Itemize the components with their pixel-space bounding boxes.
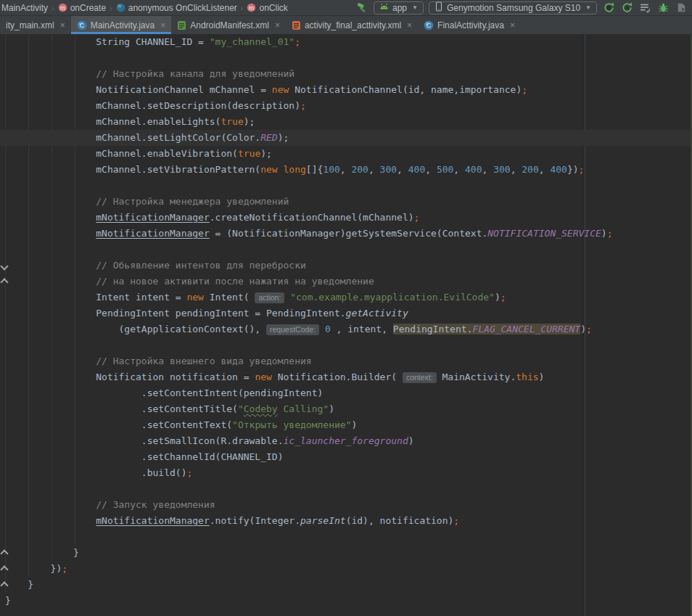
code-token: .build(): [5, 467, 186, 478]
editor-tab[interactable]: activity_final_acttivity.xml×: [286, 16, 418, 34]
run-configuration-select[interactable]: app ▼: [374, 1, 424, 15]
manifest-icon: [177, 20, 186, 30]
code-line: mNotificationManager = (NotificationMana…: [0, 226, 692, 242]
breadcrumb-item[interactable]: monCreate: [57, 3, 107, 13]
code-token: 500: [437, 164, 453, 175]
code-token: ;: [453, 515, 459, 526]
profiler-icon[interactable]: [675, 1, 688, 15]
code-token: ,: [511, 164, 522, 175]
code-line: String CHANNEL_ID = "my_channel_01";: [0, 34, 692, 50]
close-tab-icon[interactable]: ×: [60, 20, 65, 30]
code-token: }): [567, 164, 579, 175]
code-token: // Запуск уведомления: [5, 499, 215, 510]
breadcrumb-separator: ›: [241, 4, 244, 12]
code-token: 300: [493, 164, 510, 175]
build-hammer-icon[interactable]: [355, 1, 368, 15]
code-editor[interactable]: String CHANNEL_ID = "my_channel_01"; // …: [0, 34, 692, 616]
code-token: new: [186, 292, 203, 303]
code-token: .createNotificationChannel(mChannel): [210, 212, 414, 223]
code-token: [5, 515, 96, 526]
code-line: [0, 481, 692, 497]
code-token: Intent(: [204, 292, 255, 303]
code-token: 100: [323, 164, 339, 175]
apply-code-changes-icon[interactable]: A: [620, 1, 633, 15]
code-token: ): [539, 371, 545, 382]
code-line: PendingIntent pendingIntent = PendingInt…: [0, 305, 692, 321]
code-line: }: [0, 577, 692, 593]
editor-tab[interactable]: AndroidManifest.xml×: [171, 16, 286, 34]
code-token: ): [351, 419, 357, 430]
code-line: // Настройка канала для уведомлений: [0, 66, 692, 82]
code-token: MainActivity.: [437, 371, 516, 382]
code-token: 0: [325, 324, 331, 334]
code-line: mChannel.enableLights(true);: [0, 114, 692, 130]
navigation-bar: MainActivity›monCreate›anonymous OnClick…: [0, 0, 692, 16]
code-token: ): [329, 403, 334, 414]
code-token: Notification notification =: [5, 371, 255, 382]
breadcrumb-separator: ›: [52, 4, 54, 12]
close-tab-icon[interactable]: ×: [160, 20, 165, 30]
debug-icon[interactable]: [656, 1, 670, 15]
parameter-hint: context:: [403, 372, 437, 383]
editor-tab[interactable]: CMainActivity.java×: [71, 16, 172, 34]
tab-label: AndroidManifest.xml: [190, 20, 269, 30]
code-token: Codeby: [244, 403, 278, 414]
code-token: // Настройка канала для уведомлений: [5, 68, 294, 79]
code-token: );: [260, 148, 272, 159]
code-token: Notification.Builder(: [272, 371, 403, 382]
code-token: RED: [260, 132, 277, 143]
code-line: [0, 178, 692, 194]
code-token: );: [244, 116, 255, 127]
rerun-icon[interactable]: [602, 1, 615, 15]
code-token: [5, 212, 96, 223]
code-token: [278, 164, 284, 175]
code-token: this: [516, 371, 538, 382]
close-tab-icon[interactable]: ×: [510, 20, 515, 30]
close-tab-icon[interactable]: ×: [275, 20, 280, 30]
editor-tab[interactable]: ity_main.xml×: [0, 16, 71, 34]
editor-tab[interactable]: CFinalActtivity.java×: [418, 16, 521, 34]
code-token: 200: [522, 164, 538, 175]
code-token: ;: [579, 164, 585, 175]
code-token: new: [272, 84, 289, 95]
code-token: .setSmallIcon(R.drawable.: [5, 435, 284, 446]
code-token: ,: [482, 164, 494, 175]
code-token: ,: [368, 164, 380, 175]
code-line: [0, 337, 692, 353]
code-token: mChannel.setDescription(description): [5, 100, 300, 111]
breadcrumb-item[interactable]: monClick: [246, 3, 288, 13]
code-token: ;: [186, 467, 192, 478]
editor-tabs: ity_main.xml×CMainActivity.java×AndroidM…: [0, 16, 692, 34]
code-token: PendingIntent pendingIntent = PendingInt…: [5, 308, 346, 319]
code-token: NotificationChannel mChannel =: [5, 84, 272, 95]
code-token: ): [580, 324, 586, 334]
code-line: .setChannelId(CHANNEL_ID): [0, 449, 692, 465]
svg-text:C: C: [79, 22, 84, 29]
code-line: mChannel.setDescription(description);: [0, 98, 692, 114]
code-token: String CHANNEL_ID =: [5, 36, 210, 47]
breadcrumb-item[interactable]: anonymous OnClickListener: [115, 3, 238, 13]
phone-icon: [434, 1, 443, 14]
device-select[interactable]: Genymotion Samsung Galaxy S10 ▼: [429, 1, 597, 15]
chevron-down-icon: ▼: [585, 4, 591, 11]
breadcrumb-item[interactable]: MainActivity: [1, 3, 49, 13]
device-label: Genymotion Samsung Galaxy S10: [447, 3, 580, 13]
code-token: ): [495, 292, 501, 303]
run-tasks-icon[interactable]: [638, 1, 651, 15]
code-token: true: [238, 148, 260, 159]
code-token: ;: [62, 563, 67, 574]
code-line: [0, 529, 692, 545]
code-token: new: [260, 164, 277, 175]
code-token: }): [5, 563, 62, 574]
class-icon: C: [77, 20, 87, 30]
tab-label: ity_main.xml: [6, 20, 54, 30]
method-icon: m: [247, 3, 256, 12]
breadcrumb: MainActivity›monCreate›anonymous OnClick…: [0, 3, 289, 13]
code-token: ,: [397, 164, 408, 175]
code-line: mChannel.enableVibration(true);: [0, 146, 692, 162]
code-token: .setContentText(: [5, 419, 232, 430]
tab-label: activity_final_acttivity.xml: [305, 20, 401, 30]
chevron-down-icon: ▼: [412, 4, 418, 11]
code-token: mNotificationManager: [96, 228, 210, 239]
close-tab-icon[interactable]: ×: [407, 20, 412, 30]
